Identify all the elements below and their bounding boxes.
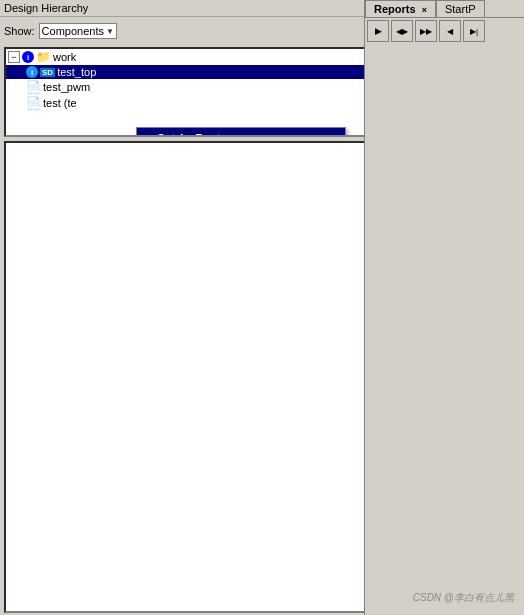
dropdown-arrow-icon: ▼: [106, 27, 114, 36]
toolbar-btn-4[interactable]: ◀: [439, 20, 461, 42]
main-layout: Design Hierarchy × Show: Components ▼ ⊞ …: [0, 0, 524, 615]
sd-badge: SD: [40, 68, 55, 77]
toolbar-btn-3[interactable]: ▶▶: [415, 20, 437, 42]
work-icon: 📁: [36, 50, 51, 64]
dropdown-value: Components: [42, 25, 104, 37]
menu-item-set-as-root-label: Set As Root: [157, 132, 220, 137]
tab-reports-label: Reports: [374, 3, 416, 15]
node-label-test-pwm: test_pwm: [43, 81, 90, 93]
right-panel: Reports × StartP ▶ ◀▶ ▶▶ ◀ ▶|: [364, 0, 524, 615]
tab-reports[interactable]: Reports ×: [365, 0, 436, 17]
menu-item-set-as-root[interactable]: Set As Root: [137, 128, 345, 137]
info-badge-work: i: [22, 51, 34, 63]
node-label-test: test (te: [43, 97, 77, 109]
node-label-work: work: [53, 51, 76, 63]
toolbar-btn-1[interactable]: ▶: [367, 20, 389, 42]
tab-startp[interactable]: StartP: [436, 0, 485, 17]
toolbar-btn-2[interactable]: ◀▶: [391, 20, 413, 42]
file-icon-test: 📄: [26, 96, 41, 110]
components-dropdown[interactable]: Components ▼: [39, 23, 117, 39]
toolbar-btn-5[interactable]: ▶|: [463, 20, 485, 42]
tab-reports-close-icon[interactable]: ×: [422, 5, 427, 15]
panel-title: Design Hierarchy: [4, 2, 88, 14]
file-icon-test-pwm: 📄: [26, 80, 41, 94]
node-label-test-top: test_top: [57, 66, 96, 78]
tab-startp-label: StartP: [445, 3, 476, 15]
info-badge-test-top: i: [26, 66, 38, 78]
watermark: CSDN @李白有点儿黑: [413, 591, 514, 605]
tree-expander-work[interactable]: −: [8, 51, 20, 63]
context-menu: Set As Root Open Component ⚙ Generate Co…: [136, 127, 346, 137]
right-tabs: Reports × StartP: [365, 0, 524, 18]
right-toolbar: ▶ ◀▶ ▶▶ ◀ ▶|: [365, 18, 524, 44]
show-label: Show:: [4, 25, 35, 37]
